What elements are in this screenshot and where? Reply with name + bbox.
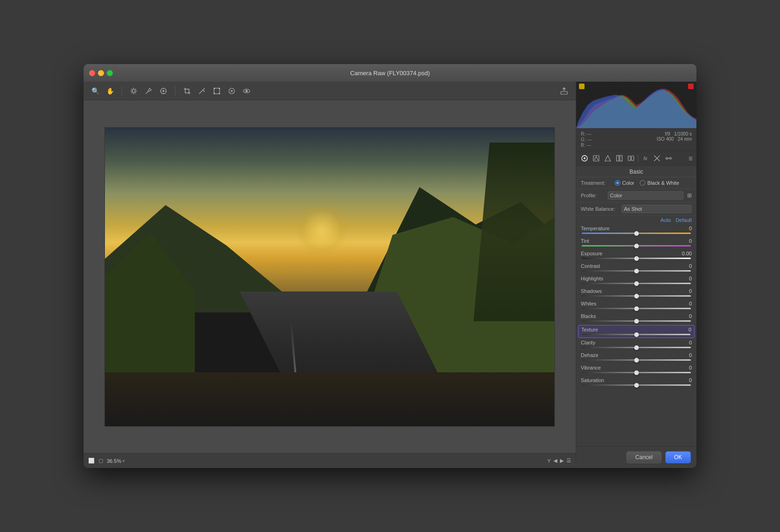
color-label: Color bbox=[622, 180, 634, 186]
profile-grid-icon[interactable]: ⊞ bbox=[687, 192, 692, 199]
panel-icon[interactable]: ☰ bbox=[566, 458, 571, 464]
tab-color-icon[interactable] bbox=[615, 154, 624, 163]
slider-value-highlights: 0 bbox=[678, 276, 692, 281]
color-radio-dot bbox=[615, 180, 620, 186]
tab-hsl-icon[interactable] bbox=[603, 154, 612, 163]
ok-button[interactable]: OK bbox=[665, 451, 691, 463]
svg-rect-19 bbox=[561, 91, 567, 94]
r-value: R: --- bbox=[581, 131, 592, 136]
slider-track-vibrance[interactable] bbox=[582, 372, 691, 373]
zoom-tool-icon[interactable]: 🔍 bbox=[90, 86, 100, 96]
right-panel: R: --- G: --- B: --- bbox=[576, 82, 696, 468]
slider-track-dehaze[interactable] bbox=[582, 359, 691, 361]
tab-lens-icon[interactable] bbox=[652, 154, 662, 163]
hand-tool-icon[interactable]: ✋ bbox=[105, 86, 115, 96]
slider-row-shadows: Shadows0 bbox=[576, 287, 696, 299]
canvas-container bbox=[84, 100, 576, 453]
slider-thumb-dehaze[interactable] bbox=[634, 358, 639, 363]
treatment-row: Treatment: Color Black & White bbox=[576, 177, 696, 189]
slider-track-contrast[interactable] bbox=[582, 270, 691, 272]
slider-value-texture: 0 bbox=[677, 327, 691, 332]
transform-icon[interactable] bbox=[212, 86, 222, 96]
zoom-dropdown-arrow[interactable]: ▾ bbox=[123, 459, 125, 463]
slider-track-tint[interactable] bbox=[582, 245, 691, 247]
slider-thumb-exposure[interactable] bbox=[634, 256, 639, 261]
tab-tone-icon[interactable] bbox=[592, 154, 601, 163]
slider-thumb-clarity[interactable] bbox=[634, 345, 639, 350]
tab-fx-icon[interactable]: fx bbox=[641, 154, 650, 163]
close-button[interactable] bbox=[89, 70, 95, 76]
slider-track-shadows[interactable] bbox=[582, 295, 691, 297]
white-balance-tool-icon[interactable] bbox=[129, 86, 139, 96]
filmstrip-icon[interactable]: Y bbox=[547, 458, 551, 464]
slider-row-exposure: Exposure0.00 bbox=[576, 249, 696, 262]
svg-point-21 bbox=[584, 157, 585, 159]
main-content: 🔍 ✋ bbox=[84, 82, 696, 468]
panel-options-icon[interactable]: ☰ bbox=[689, 156, 693, 161]
slider-label-blacks: Blacks bbox=[581, 313, 596, 319]
auto-link[interactable]: Auto bbox=[661, 217, 671, 223]
svg-rect-26 bbox=[628, 156, 630, 161]
profile-select[interactable]: Color bbox=[608, 191, 683, 200]
svg-rect-24 bbox=[617, 156, 619, 161]
slider-track-clarity[interactable] bbox=[582, 347, 691, 348]
profile-label: Profile: bbox=[581, 193, 604, 198]
slider-thumb-saturation[interactable] bbox=[634, 383, 639, 388]
slider-thumb-highlights[interactable] bbox=[634, 281, 639, 286]
crop-tool-icon[interactable] bbox=[182, 86, 192, 96]
slider-thumb-tint[interactable] bbox=[634, 244, 639, 248]
default-link[interactable]: Default bbox=[676, 217, 692, 223]
tab-calibration-icon[interactable] bbox=[664, 154, 673, 163]
slider-row-dehaze: Dehaze0 bbox=[576, 351, 696, 363]
color-option[interactable]: Color bbox=[615, 180, 634, 186]
color-sampler-icon[interactable] bbox=[143, 86, 154, 96]
slider-thumb-temperature[interactable] bbox=[634, 231, 639, 236]
export-icon[interactable] bbox=[559, 86, 569, 96]
rgb-values: R: --- G: --- B: --- bbox=[581, 131, 592, 148]
slider-thumb-blacks[interactable] bbox=[634, 319, 639, 324]
wb-select[interactable]: As Shot bbox=[622, 205, 692, 213]
treatment-label: Treatment: bbox=[581, 180, 611, 186]
slider-row-contrast: Contrast0 bbox=[576, 262, 696, 274]
slider-track-blacks[interactable] bbox=[582, 320, 691, 322]
slider-track-whites[interactable] bbox=[582, 308, 691, 309]
ground bbox=[105, 372, 554, 426]
titlebar: Camera Raw (FLY00374.psd) bbox=[84, 64, 696, 82]
panel-content[interactable]: Basic Treatment: Color Black & White bbox=[576, 166, 696, 446]
slider-thumb-vibrance[interactable] bbox=[634, 370, 639, 375]
slider-track-exposure[interactable] bbox=[582, 258, 691, 259]
bw-option[interactable]: Black & White bbox=[640, 180, 679, 186]
zoom-value: 36.5% bbox=[107, 458, 121, 464]
straighten-icon[interactable] bbox=[197, 86, 207, 96]
slider-track-texture[interactable] bbox=[582, 334, 690, 335]
slider-track-temperature[interactable] bbox=[582, 233, 691, 234]
nav-next-icon[interactable]: ▶ bbox=[560, 458, 564, 464]
svg-rect-12 bbox=[214, 93, 215, 94]
slider-thumb-contrast[interactable] bbox=[634, 269, 639, 273]
tab-split-icon[interactable] bbox=[626, 154, 636, 163]
target-adjustment-icon[interactable] bbox=[158, 86, 169, 96]
tab-basic-icon[interactable] bbox=[580, 154, 589, 163]
slider-track-saturation[interactable] bbox=[582, 384, 691, 386]
maximize-button[interactable] bbox=[107, 70, 113, 76]
white-balance-row: White Balance: As Shot bbox=[576, 202, 696, 216]
minimize-button[interactable] bbox=[98, 70, 104, 76]
slider-track-highlights[interactable] bbox=[582, 283, 691, 284]
slider-thumb-whites[interactable] bbox=[634, 306, 639, 311]
slider-row-texture: Texture0 bbox=[578, 325, 695, 338]
red-eye-icon[interactable] bbox=[241, 86, 252, 96]
histogram-svg bbox=[576, 82, 696, 128]
slider-value-dehaze: 0 bbox=[678, 352, 692, 358]
spot-removal-icon[interactable] bbox=[227, 86, 237, 96]
zoom-display: 36.5% ▾ bbox=[107, 458, 125, 464]
slider-label-exposure: Exposure bbox=[581, 251, 602, 256]
slider-thumb-shadows[interactable] bbox=[634, 294, 639, 298]
slider-label-temperature: Temperature bbox=[581, 226, 610, 231]
frame-icon: ⬜ bbox=[88, 458, 95, 464]
svg-rect-10 bbox=[214, 88, 215, 89]
canvas-right-controls: Y ◀ ▶ ☰ bbox=[547, 458, 571, 464]
cancel-button[interactable]: Cancel bbox=[626, 451, 661, 463]
nav-prev-icon[interactable]: ◀ bbox=[553, 458, 557, 464]
slider-thumb-texture[interactable] bbox=[634, 332, 639, 337]
info-row: R: --- G: --- B: --- bbox=[581, 131, 692, 148]
